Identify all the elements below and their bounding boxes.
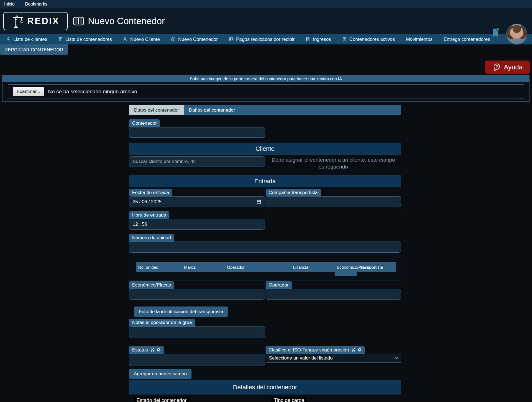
hora-de-entrada-label: Hora de entrada (129, 211, 169, 219)
numero-de-unidad-label: Número de unidad (129, 234, 174, 242)
nav-movimientos[interactable]: Movimientos (406, 37, 432, 42)
fecha-value: 25 / 06 / 2025 (133, 199, 162, 205)
nav-label: Lista de contenedores (65, 37, 112, 42)
brand-logo[interactable]: REDIX (3, 12, 68, 30)
nav-pagos-realizados[interactable]: Pagos realizados por recibir (229, 37, 295, 42)
ayuda-button[interactable]: ? Ayuda (485, 61, 530, 74)
browse-file-button[interactable]: Examinar... (13, 87, 44, 96)
column-header-marca: Marca (182, 262, 225, 272)
nav-label: Nuevo Cliente (130, 37, 160, 42)
menu-inicio[interactable]: Inicio (4, 2, 14, 7)
nav-label: Lista de clientes (13, 37, 47, 42)
form-tabs: Datos del contenedor Daños del contenedo… (129, 105, 401, 115)
foto-identificacion-button[interactable]: Foto de la identificación del transporti… (134, 306, 228, 317)
calendar-icon[interactable] (256, 199, 261, 204)
remove-circle-icon[interactable] (358, 348, 362, 352)
scissors-icon[interactable] (150, 348, 154, 352)
hora-de-entrada-input[interactable]: 12 : 56 (129, 219, 265, 230)
economico-placas-input[interactable] (129, 289, 265, 300)
fecha-de-entrada-label: Fecha de entrada (129, 189, 172, 197)
column-header-operador: Operador (225, 262, 291, 272)
document-icon (58, 37, 63, 42)
estatus-input[interactable] (129, 354, 265, 366)
detalles-section-header: Detalles del contenedor (129, 380, 401, 395)
estatus-label: Estatus (132, 347, 148, 353)
hora-value: 12 : 56 (133, 222, 147, 227)
top-menu-bar: Inicio Bookmarks (0, 0, 532, 8)
nav-label: Entrega contenedores (443, 37, 490, 42)
column-header-transportista: Transportista (357, 262, 407, 272)
page-title: Nuevo Contenedor (88, 16, 165, 26)
person-card-icon (229, 37, 234, 42)
cliente-required-hint: Debe asignar el contenedor a un cliente,… (268, 156, 398, 170)
file-input: Examinar... No se ha seleccionado ningún… (8, 84, 524, 99)
nav-lista-de-contenedores[interactable]: Lista de contenedores (58, 37, 112, 42)
unidades-table-panel: No. unidad Marca Operador Licancia Econó… (129, 253, 401, 280)
person-icon (123, 37, 128, 42)
iso-tanque-select[interactable]: Seleccione un valor del listado (266, 354, 401, 363)
container-form: Datos del contenedor Daños del contenedo… (129, 105, 401, 402)
ayuda-label: Ayuda (504, 63, 523, 71)
nav-label: Contenedores activos (349, 37, 395, 42)
unidades-table-header-row: No. unidad Marca Operador Licancia Econó… (136, 262, 396, 272)
document-icon (306, 37, 310, 42)
scissors-icon[interactable] (351, 348, 355, 352)
nav-label: Nuevo Contenedor (178, 37, 218, 42)
contenedor-input[interactable] (129, 127, 265, 138)
person-icon (6, 37, 11, 42)
operador-input[interactable] (266, 289, 401, 300)
menu-bookmarks[interactable]: Bookmarks (25, 2, 47, 7)
app-header: REDIX Nuevo Contenedor (0, 8, 532, 34)
nav-nuevo-contenedor[interactable]: Nuevo Contenedor (171, 37, 218, 42)
notas-operador-grua-textarea[interactable] (129, 326, 265, 338)
nav-nuevo-cliente[interactable]: Nuevo Cliente (123, 37, 160, 42)
crane-icon (12, 14, 24, 28)
calendar-icon (171, 37, 176, 42)
operador-label: Operador (266, 281, 292, 289)
column-header-no-unidad: No. unidad (136, 262, 182, 272)
iso-tanque-selected-value: Seleccione un valor del listado (269, 355, 333, 361)
nav-lista-de-clientes[interactable]: Lista de clientes (6, 37, 47, 42)
main-navigation: Lista de clientes Lista de contenedores … (0, 34, 532, 44)
bookmark-star-icon[interactable] (492, 27, 500, 38)
nav-contenedores-activos[interactable]: Contenedores activos (342, 37, 395, 42)
notas-operador-grua-label: Notas al operador de la grúa (129, 319, 195, 326)
reportar-contenedor-button[interactable]: REPORTAR CONTENEDOR (0, 44, 68, 55)
economico-placas-label: Económico/Placas (129, 281, 174, 289)
numero-de-unidad-input[interactable] (129, 242, 401, 253)
tab-datos-del-contenedor[interactable]: Datos del contenedor (129, 105, 184, 115)
fecha-de-entrada-input[interactable]: 25 / 06 / 2025 (129, 196, 265, 207)
iso-tanque-label: Clasifica el ISO-Tanque según presión (269, 347, 349, 353)
tipo-de-carga-label: Tipo de carga (271, 397, 307, 402)
chevron-down-icon (395, 357, 398, 360)
upload-section: Sube una imagen de la parte trasera del … (2, 75, 530, 102)
nav-entrega-contenedores[interactable]: Entrega contenedores (443, 37, 490, 42)
tab-danos-del-contenedor[interactable]: Daños del contenedor (184, 105, 240, 115)
document-icon (342, 37, 347, 42)
estatus-label-badge: Estatus (129, 346, 164, 354)
entrada-section-header: Entrada (129, 175, 401, 187)
estado-del-contenedor-label: Estado del contenedor (134, 397, 189, 402)
container-icon (73, 16, 84, 26)
iso-tanque-label-badge: Clasifica el ISO-Tanque según presión (266, 346, 365, 354)
nav-ingresos[interactable]: Ingresos (306, 37, 331, 42)
question-bubble-icon: ? (492, 63, 501, 72)
compania-transportista-label: Compañía transportista (266, 189, 321, 197)
nav-label: Ingresos (313, 37, 331, 42)
agregar-nuevo-campo-button[interactable]: Agregar un nuevo campo (129, 369, 191, 379)
compania-transportista-input[interactable] (266, 196, 401, 207)
upload-banner: Sube una imagen de la parte trasera del … (2, 75, 529, 82)
page-title-group: Nuevo Contenedor (73, 16, 165, 26)
no-file-selected-text: No se ha seleccionado ningún archivo. (48, 89, 138, 95)
svg-text:?: ? (495, 64, 498, 69)
avatar[interactable] (506, 24, 527, 45)
brand-name: REDIX (27, 16, 59, 26)
nav-label: Pagos realizados por recibir (236, 37, 295, 42)
cliente-section-header: Cliente (129, 143, 401, 155)
nav-label: Movimientos (406, 37, 432, 42)
column-header-licancia: Licancia (291, 262, 335, 272)
cliente-search-input[interactable] (129, 156, 265, 167)
contenedor-label: Contenedor (129, 119, 160, 127)
remove-circle-icon[interactable] (157, 348, 161, 352)
column-header-economico-placas: Económico/Placas (335, 262, 357, 276)
